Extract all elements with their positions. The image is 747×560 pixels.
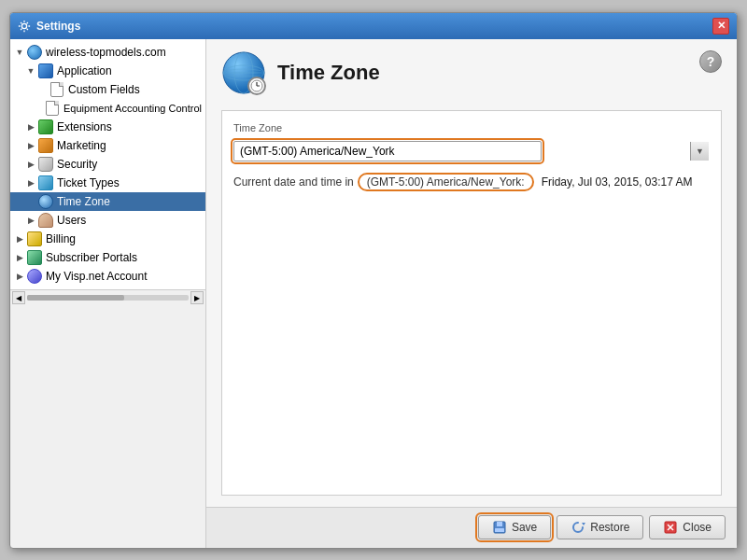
billing-icon [27, 231, 42, 246]
scroll-left-button[interactable]: ◀ [12, 291, 25, 304]
current-time-row: Current date and time in (GMT-5:00) Amer… [233, 173, 710, 191]
close-button[interactable]: Close [649, 515, 726, 539]
sidebar-item-label-custom-fields: Custom Fields [68, 83, 140, 96]
sidebar-item-label-time-zone: Time Zone [57, 195, 110, 208]
current-time-value: Friday, Jul 03, 2015, 03:17 AM [542, 175, 693, 189]
expand-arrow-billing: ▶ [14, 233, 25, 245]
content-area: Time Zone (GMT-12:00) International Date… [221, 110, 722, 496]
app-icon [38, 63, 53, 78]
select-dropdown-arrow: ▼ [690, 142, 709, 161]
window-body: ▼ wireless-topmodels.com ▼ Application [10, 39, 737, 548]
sidebar-item-label-equipment: Equipment Accounting Control [63, 103, 202, 114]
clock-overlay-icon [247, 77, 266, 95]
sidebar-item-marketing[interactable]: ▶ Marketing [10, 136, 205, 155]
settings-window: Settings ✕ ▼ wireless-topmodels.com ▼ [9, 12, 738, 549]
svg-point-0 [21, 23, 26, 28]
globe-icon [27, 45, 42, 60]
visp-icon [27, 269, 42, 284]
title-bar: Settings ✕ [10, 13, 737, 39]
sidebar-item-label-extensions: Extensions [57, 120, 112, 133]
panel-header-left: Time Zone [221, 50, 380, 95]
current-time-prefix-label: Current date and time in [233, 175, 354, 189]
save-button[interactable]: Save [478, 515, 551, 539]
sidebar-item-extensions[interactable]: ▶ Extensions [10, 118, 205, 136]
timezone-select[interactable]: (GMT-12:00) International Date Line West… [233, 141, 542, 161]
expand-arrow-ticket: ▶ [25, 177, 36, 189]
security-icon [38, 157, 53, 172]
sidebar-item-subscriber-portals[interactable]: ▶ Subscriber Portals [10, 248, 205, 267]
expand-arrow-subscriber: ▶ [14, 252, 25, 263]
svg-marker-12 [582, 523, 585, 525]
sidebar-item-application[interactable]: ▼ Application [10, 62, 205, 80]
close-button-label: Close [683, 521, 712, 534]
bottom-bar: Save Restore [206, 507, 737, 548]
tree-view: ▼ wireless-topmodels.com ▼ Application [10, 39, 206, 289]
expand-arrow-visp: ▶ [14, 271, 25, 282]
sidebar-item-label-ticket-types: Ticket Types [57, 176, 120, 189]
page-icon-custom-fields [49, 82, 64, 97]
sidebar-item-custom-fields[interactable]: ▷ Custom Fields [10, 80, 205, 99]
sidebar-item-security[interactable]: ▶ Security [10, 155, 205, 174]
save-button-label: Save [512, 521, 537, 534]
close-window-button[interactable]: ✕ [712, 18, 729, 35]
sidebar-item-equipment[interactable]: ▷ Equipment Accounting Control [10, 99, 205, 118]
section-label-timezone: Time Zone [233, 122, 710, 133]
sidebar-item-label-marketing: Marketing [57, 139, 106, 152]
timezone-icon [38, 194, 53, 209]
sidebar-item-my-visp[interactable]: ▶ My Visp.net Account [10, 267, 205, 286]
title-bar-left: Settings [18, 20, 80, 33]
close-icon [663, 520, 678, 535]
sidebar-item-label-billing: Billing [46, 232, 76, 245]
expand-arrow-application: ▼ [25, 65, 36, 77]
save-icon [492, 520, 507, 535]
sidebar-item-label-users: Users [57, 214, 86, 227]
sidebar-container: ▼ wireless-topmodels.com ▼ Application [10, 39, 206, 548]
sidebar-item-label-subscriber-portals: Subscriber Portals [46, 251, 137, 264]
scroll-right-button[interactable]: ▶ [190, 291, 204, 304]
scroll-thumb [27, 295, 124, 301]
main-panel-container: Time Zone ? Time Zone (GMT-12:00) Intern… [206, 39, 737, 548]
ext-icon [38, 119, 53, 134]
page-icon-equipment [45, 101, 60, 116]
sidebar-item-label-security: Security [57, 158, 97, 171]
sidebar-item-label-my-visp: My Visp.net Account [46, 270, 148, 283]
expand-arrow-extensions: ▶ [25, 121, 36, 133]
expand-arrow-marketing: ▶ [25, 140, 36, 151]
sidebar-item-label-application: Application [57, 64, 112, 77]
sidebar-item-users[interactable]: ▶ Users [10, 211, 205, 230]
window-title: Settings [36, 20, 80, 33]
panel-header: Time Zone ? [221, 50, 722, 95]
expand-arrow-wireless: ▼ [14, 47, 25, 58]
scroll-track [27, 295, 189, 301]
users-icon [38, 213, 53, 228]
sidebar-item-label-wireless: wireless-topmodels.com [46, 46, 166, 59]
sidebar-item-ticket-types[interactable]: ▶ Ticket Types [10, 174, 205, 192]
sidebar-item-time-zone[interactable]: ▷ Time Zone [10, 192, 205, 211]
timezone-globe-icon [221, 50, 266, 95]
settings-icon [18, 20, 31, 33]
restore-icon [571, 520, 585, 535]
help-button[interactable]: ? [699, 50, 722, 73]
ticket-icon [38, 175, 53, 190]
sidebar-item-wireless[interactable]: ▼ wireless-topmodels.com [10, 43, 205, 62]
expand-arrow-security: ▶ [25, 159, 36, 170]
sidebar-scrollbar[interactable]: ◀ ▶ [10, 289, 205, 306]
restore-button-label: Restore [590, 521, 629, 534]
sidebar-item-billing[interactable]: ▶ Billing [10, 230, 205, 248]
svg-rect-11 [495, 528, 504, 532]
marketing-icon [38, 138, 53, 153]
main-panel: Time Zone ? Time Zone (GMT-12:00) Intern… [206, 39, 737, 507]
current-timezone-display: (GMT-5:00) America/New_York: [358, 173, 534, 191]
restore-button[interactable]: Restore [557, 515, 643, 539]
svg-rect-10 [497, 522, 502, 526]
panel-title: Time Zone [277, 61, 380, 85]
expand-arrow-users: ▶ [25, 215, 36, 226]
timezone-select-wrapper: (GMT-12:00) International Date Line West… [233, 141, 710, 161]
subscriber-icon [27, 250, 42, 265]
